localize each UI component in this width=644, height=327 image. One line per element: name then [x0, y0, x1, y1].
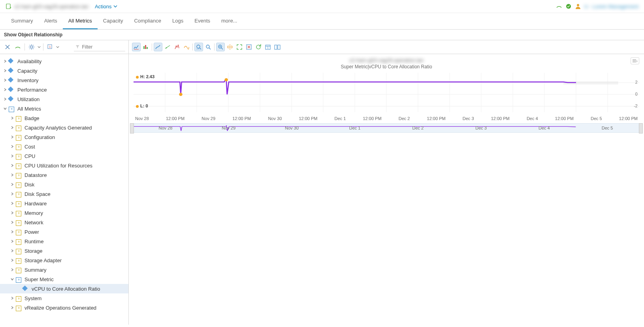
- chevron-right-icon[interactable]: [3, 88, 7, 92]
- chevron-right-icon[interactable]: [10, 211, 14, 215]
- tree-node[interactable]: Utilization: [0, 94, 128, 104]
- tree-node[interactable]: ⠿Disk: [0, 180, 128, 189]
- chevron-right-icon[interactable]: [10, 296, 14, 300]
- chevron-down-icon[interactable]: [56, 45, 59, 49]
- chevron-right-icon[interactable]: [10, 182, 14, 186]
- overview-handle-right[interactable]: [639, 123, 643, 133]
- chevron-down-icon[interactable]: [38, 45, 41, 49]
- stacked-charts-icon[interactable]: [141, 43, 150, 51]
- tree-node[interactable]: ⠿vRealize Operations Generated: [0, 303, 128, 312]
- overview-tick: Dec 5: [576, 126, 639, 130]
- yaxis-icon[interactable]: [154, 43, 162, 51]
- chevron-right-icon[interactable]: [10, 192, 14, 196]
- sidebar-filter[interactable]: [74, 43, 125, 51]
- refresh-icon[interactable]: [254, 43, 263, 51]
- metric-group-icon: ⠿: [16, 153, 22, 159]
- chevron-right-icon[interactable]: [10, 268, 14, 272]
- tree-node[interactable]: ⠿Hardware: [0, 199, 128, 208]
- chevron-right-icon[interactable]: [10, 145, 14, 148]
- actions-dropdown[interactable]: Actions: [95, 4, 117, 9]
- filter-icon: [75, 45, 80, 49]
- tree-node[interactable]: ⠿Network: [0, 218, 128, 227]
- tree-node[interactable]: ⠿CPU: [0, 151, 128, 161]
- trend-line-icon[interactable]: [163, 43, 172, 51]
- tree-node[interactable]: ⠿Memory: [0, 208, 128, 218]
- metric-group-icon: ⠿: [16, 191, 22, 197]
- metric-picker-icon[interactable]: 1: [46, 43, 55, 51]
- filter-input[interactable]: [81, 44, 124, 50]
- tab-capacity[interactable]: Capacity: [98, 13, 129, 29]
- chevron-right-icon[interactable]: [3, 59, 7, 63]
- tree-node[interactable]: ⠿System: [0, 293, 128, 303]
- chevron-down-icon[interactable]: [10, 277, 14, 281]
- date-controls-icon[interactable]: 1: [264, 43, 272, 51]
- tab-alerts[interactable]: Alerts: [39, 13, 63, 29]
- tab-more[interactable]: more...: [216, 13, 243, 29]
- user-label[interactable]: U - Lorem Management: [584, 4, 638, 9]
- tree-node[interactable]: ⠿Capacity Analytics Generated: [0, 123, 128, 132]
- chevron-right-icon[interactable]: [10, 126, 14, 130]
- chevron-right-icon[interactable]: [10, 173, 14, 177]
- tab-logs[interactable]: Logs: [167, 13, 189, 29]
- chevron-right-icon[interactable]: [10, 164, 14, 167]
- chevron-right-icon[interactable]: [10, 230, 14, 234]
- remove-icon[interactable]: [245, 43, 253, 51]
- chevron-right-icon[interactable]: [10, 135, 14, 139]
- date-range-icon[interactable]: [273, 43, 282, 51]
- chart-menu-icon[interactable]: [631, 57, 639, 64]
- collapse-icon[interactable]: [3, 43, 12, 51]
- line-chart[interactable]: 2 0 -2: [134, 73, 639, 116]
- dynamic-threshold-icon[interactable]: [182, 43, 191, 51]
- chevron-right-icon[interactable]: [3, 78, 7, 82]
- chevron-right-icon[interactable]: [10, 258, 14, 262]
- tree-node[interactable]: ⠿Super Metric: [0, 274, 128, 284]
- tree-node[interactable]: ⠿Power: [0, 227, 128, 237]
- tree-node[interactable]: Availability: [0, 56, 128, 66]
- tree-node[interactable]: Capacity: [0, 66, 128, 75]
- chevron-right-icon[interactable]: [3, 97, 7, 101]
- fit-icon[interactable]: [235, 43, 244, 51]
- tab-all-metrics[interactable]: All Metrics: [63, 13, 98, 29]
- show-icon[interactable]: [13, 43, 22, 51]
- tree-node[interactable]: Inventory: [0, 75, 128, 85]
- chevron-right-icon[interactable]: [10, 220, 14, 224]
- split-charts-icon[interactable]: [132, 43, 141, 51]
- tree-node[interactable]: ⠿Storage Adapter: [0, 256, 128, 265]
- tree-node[interactable]: ⠿Configuration: [0, 132, 128, 142]
- chart-overview[interactable]: Nov 28Nov 29Nov 30Dec 1Dec 2Dec 3Dec 4De…: [134, 123, 639, 133]
- tab-events[interactable]: Events: [189, 13, 216, 29]
- data-point-icon[interactable]: [216, 43, 225, 51]
- tree-node[interactable]: ⠿Disk Space: [0, 189, 128, 199]
- zoom-view-icon[interactable]: [194, 43, 203, 51]
- anomalies-icon[interactable]: [173, 43, 181, 51]
- zoom-all-icon[interactable]: [204, 43, 213, 51]
- tree-node[interactable]: ⠿Datastore: [0, 170, 128, 180]
- chevron-right-icon[interactable]: [10, 249, 14, 253]
- tree-node[interactable]: ⠿Badge: [0, 113, 128, 123]
- tree-node[interactable]: ⠿Summary: [0, 265, 128, 274]
- chevron-right-icon[interactable]: [10, 201, 14, 205]
- show-relationship-toggle[interactable]: Show Object Relationship: [4, 32, 62, 38]
- overview-handle-left[interactable]: [130, 123, 134, 133]
- chart-body[interactable]: H: 2.43 L: 0: [134, 73, 639, 133]
- tree-node-label: Configuration: [24, 134, 55, 140]
- gear-icon[interactable]: [27, 43, 36, 51]
- tree-node[interactable]: ⠿Runtime: [0, 237, 128, 246]
- tab-summary[interactable]: Summary: [6, 13, 39, 29]
- tree-node[interactable]: ⠿Cost: [0, 142, 128, 151]
- tree-node[interactable]: vCPU to Core Allocation Ratio: [0, 284, 128, 293]
- pan-icon[interactable]: [226, 43, 234, 51]
- chevron-right-icon[interactable]: [10, 116, 14, 120]
- tab-compliance[interactable]: Compliance: [128, 13, 167, 29]
- tree-node[interactable]: ⠿CPU Utilization for Resources: [0, 161, 128, 170]
- chevron-right-icon[interactable]: [3, 69, 7, 73]
- svg-point-39: [179, 93, 183, 96]
- tree-node[interactable]: Performance: [0, 85, 128, 94]
- chevron-right-icon[interactable]: [10, 306, 14, 310]
- chevron-right-icon[interactable]: [10, 154, 14, 158]
- x-tick: Dec 1: [335, 116, 346, 121]
- tree-node[interactable]: ⠿Storage: [0, 246, 128, 256]
- chevron-right-icon[interactable]: [10, 239, 14, 243]
- chevron-down-icon[interactable]: [3, 107, 7, 111]
- tree-node[interactable]: ⠿All Metrics: [0, 104, 128, 113]
